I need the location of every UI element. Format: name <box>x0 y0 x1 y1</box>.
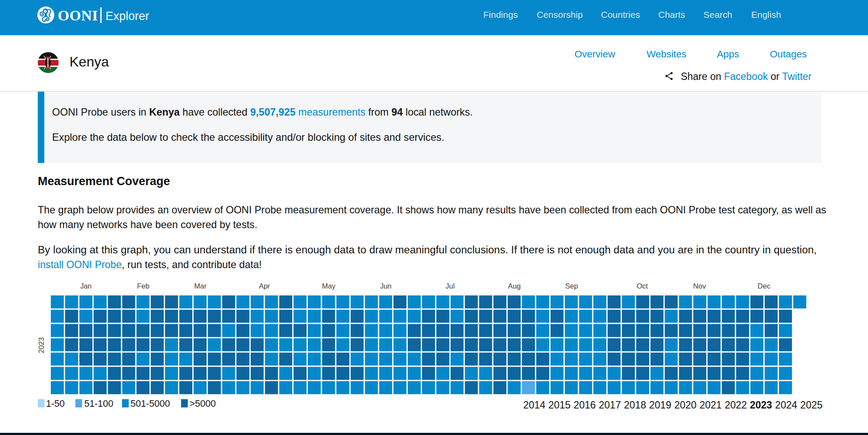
svg-text:501-5000: 501-5000 <box>131 398 170 409</box>
svg-text:Aug: Aug <box>508 282 521 290</box>
svg-text:Sep: Sep <box>565 282 578 290</box>
svg-text:Apr: Apr <box>259 282 270 290</box>
svg-text:2016: 2016 <box>574 399 596 411</box>
svg-text:May: May <box>322 282 336 290</box>
svg-text:2023: 2023 <box>38 337 46 353</box>
svg-text:2015: 2015 <box>548 399 571 411</box>
svg-text:2021: 2021 <box>700 399 722 411</box>
svg-text:2018: 2018 <box>624 399 646 411</box>
svg-text:2020: 2020 <box>674 399 696 411</box>
svg-text:51-100: 51-100 <box>84 398 113 409</box>
svg-text:2022: 2022 <box>725 399 747 411</box>
svg-text:Mar: Mar <box>194 282 207 290</box>
svg-text:Feb: Feb <box>137 282 149 290</box>
svg-text:1-50: 1-50 <box>46 398 65 409</box>
svg-text:Dec: Dec <box>758 282 770 290</box>
svg-text:2019: 2019 <box>649 399 671 411</box>
svg-text:Oct: Oct <box>637 282 648 290</box>
svg-text:2017: 2017 <box>599 399 621 411</box>
svg-text:Jul: Jul <box>446 282 455 290</box>
svg-text:>5000: >5000 <box>190 398 216 409</box>
svg-text:2014: 2014 <box>523 399 545 411</box>
svg-text:2023: 2023 <box>750 399 772 411</box>
svg-text:Nov: Nov <box>693 282 706 290</box>
svg-text:2024: 2024 <box>775 399 797 411</box>
svg-text:Jun: Jun <box>380 282 392 290</box>
svg-text:2025: 2025 <box>800 399 822 411</box>
svg-text:Jan: Jan <box>80 282 92 290</box>
